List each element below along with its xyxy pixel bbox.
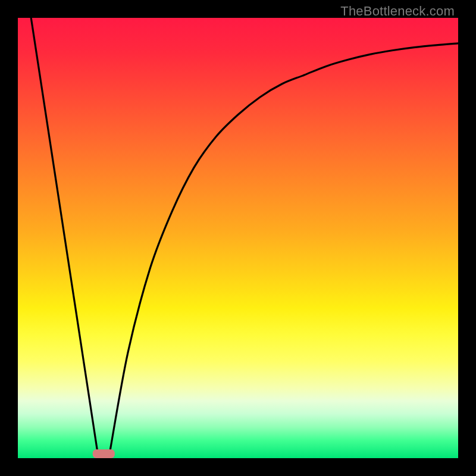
chart-frame: TheBottleneck.com [0, 0, 476, 476]
watermark-text: TheBottleneck.com [340, 4, 455, 19]
curves-svg [18, 18, 458, 458]
plot-area [18, 18, 458, 458]
valley-marker [93, 449, 115, 458]
left-line [31, 18, 97, 449]
right-curve [110, 43, 458, 449]
